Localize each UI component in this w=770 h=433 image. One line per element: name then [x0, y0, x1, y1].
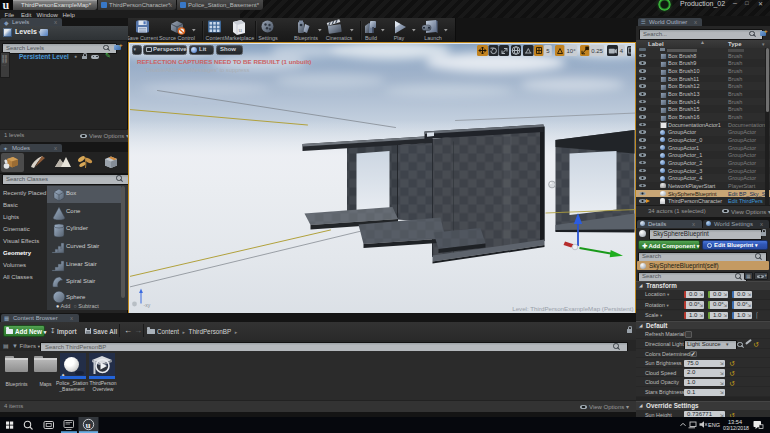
svg-text:Cinematics: Cinematics: [326, 35, 353, 41]
svg-text:13:54: 13:54: [728, 419, 742, 425]
svg-text:0.25: 0.25: [591, 48, 603, 54]
svg-text:Build: Build: [365, 35, 377, 41]
svg-text:ENG: ENG: [708, 422, 720, 428]
svg-text:Cylinder: Cylinder: [66, 225, 88, 231]
svg-text:Sphere: Sphere: [66, 294, 86, 300]
svg-text:u: u: [239, 26, 243, 34]
svg-text:Cone: Cone: [66, 208, 81, 214]
svg-text:Spiral Stair: Spiral Stair: [66, 278, 95, 284]
svg-text:Content: Content: [206, 35, 225, 41]
svg-text:Level: ThirdPersonExampleMap: Level: ThirdPersonExampleMap (Persistent…: [512, 304, 633, 311]
svg-text:Marketplace: Marketplace: [225, 35, 254, 41]
svg-text:Settings: Settings: [258, 35, 278, 41]
svg-text:03/12/2018: 03/12/2018: [723, 425, 749, 431]
svg-text:Source Control: Source Control: [159, 35, 195, 41]
svg-text:Blueprints: Blueprints: [294, 35, 318, 41]
svg-text:Linear Stair: Linear Stair: [66, 261, 97, 267]
svg-text:Play: Play: [394, 35, 405, 41]
svg-text:10°: 10°: [566, 48, 576, 54]
svg-text:Curved Stair: Curved Stair: [66, 243, 99, 249]
svg-text:Box: Box: [66, 190, 76, 196]
svg-text:-xy: -xy: [143, 301, 150, 307]
svg-text:Save Current: Save Current: [128, 35, 158, 41]
svg-text:Launch: Launch: [424, 35, 442, 41]
svg-text:u: u: [86, 420, 91, 430]
